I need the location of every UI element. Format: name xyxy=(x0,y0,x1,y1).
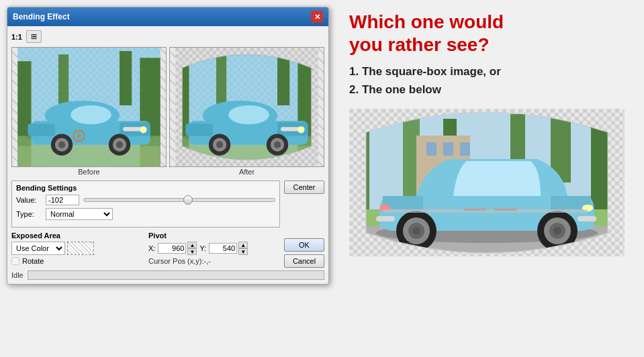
rotate-label: Rotate xyxy=(22,257,44,265)
status-label: Idle xyxy=(11,271,24,279)
slider-thumb[interactable] xyxy=(183,195,193,205)
pivot-controls: X: ▲ ▼ Y: xyxy=(148,242,280,255)
svg-rect-10 xyxy=(17,146,160,166)
pivot-x-arrows: ▲ ▼ xyxy=(187,242,197,255)
before-car-image xyxy=(12,48,166,166)
bending-settings: Bending Settings Value: Type: xyxy=(11,181,280,227)
headline-text: Which one wouldyou rather see? xyxy=(349,11,504,55)
status-bar xyxy=(28,270,324,280)
pivot-x-label: X: xyxy=(148,244,155,252)
svg-rect-66 xyxy=(443,142,453,156)
exposed-select[interactable]: Use Color Transparent Wrap xyxy=(11,242,65,255)
svg-rect-16 xyxy=(28,123,54,136)
dialog-title: Bending Effect xyxy=(13,12,70,21)
pivot-y-spin: ▲ ▼ xyxy=(209,242,248,255)
rotate-checkbox[interactable] xyxy=(11,257,19,265)
type-row: Type: Normal Horizontal Vertical xyxy=(16,208,275,220)
pivot-group: Pivot X: ▲ ▼ Y: xyxy=(148,232,280,265)
svg-rect-87 xyxy=(494,208,517,211)
zoom-fit-button[interactable]: ⊞ xyxy=(26,30,42,43)
action-buttons: Center OK Cancel xyxy=(284,181,324,268)
pivot-y-arrows: ▲ ▼ xyxy=(238,242,248,255)
svg-point-50 xyxy=(274,142,281,148)
ok-button[interactable]: OK xyxy=(284,238,324,252)
close-button[interactable]: ✕ xyxy=(311,11,323,23)
pivot-x-spin: ▲ ▼ xyxy=(158,242,197,255)
rotate-row: Rotate xyxy=(11,257,143,265)
before-label: Before xyxy=(11,167,167,178)
value-input[interactable] xyxy=(46,195,79,205)
svg-point-22 xyxy=(116,142,123,148)
pivot-y-input[interactable] xyxy=(209,243,237,254)
after-label: After xyxy=(169,167,324,178)
svg-point-84 xyxy=(412,227,420,235)
svg-point-80 xyxy=(553,227,561,235)
pivot-y-up[interactable]: ▲ xyxy=(238,242,248,248)
svg-point-52 xyxy=(297,126,304,133)
type-select[interactable]: Normal Horizontal Vertical xyxy=(46,208,113,220)
center-button[interactable]: Center xyxy=(284,181,324,194)
pivot-y-label: Y: xyxy=(199,244,206,252)
bending-effect-dialog: Bending Effect ✕ 1:1 ⊞ xyxy=(7,7,329,285)
pivot-label: Pivot xyxy=(148,232,280,240)
cursor-pos: Cursor Pos (x,y):-,- xyxy=(148,257,280,265)
status-bar-row: Idle xyxy=(11,268,324,280)
exposed-area-group: Exposed Area Use Color Transparent Wrap xyxy=(11,232,143,265)
cancel-button[interactable]: Cancel xyxy=(284,254,324,268)
exposed-controls: Use Color Transparent Wrap xyxy=(11,242,143,255)
svg-rect-73 xyxy=(376,216,395,221)
bottom-controls: Exposed Area Use Color Transparent Wrap xyxy=(11,232,280,265)
svg-point-42 xyxy=(228,105,269,124)
bent-car-preview xyxy=(349,109,625,256)
after-car-image xyxy=(170,48,324,166)
svg-point-24 xyxy=(140,126,146,133)
dialog-titlebar: Bending Effect ✕ xyxy=(7,7,328,26)
preview-area: Before xyxy=(11,47,324,178)
pivot-x-input[interactable] xyxy=(158,243,186,254)
svg-point-14 xyxy=(71,105,111,124)
option2: 2. The one below xyxy=(349,81,631,99)
bending-settings-title: Bending Settings xyxy=(16,184,275,192)
headline: Which one wouldyou rather see? xyxy=(349,11,631,56)
marketing-panel: Which one wouldyou rather see? 1. The sq… xyxy=(336,0,644,357)
zoom-label: 1:1 xyxy=(11,33,22,41)
svg-rect-8 xyxy=(120,51,132,105)
before-panel xyxy=(11,47,167,167)
value-label: Value: xyxy=(16,196,42,204)
options-text: 1. The square-box image, or 2. The one b… xyxy=(349,62,631,99)
svg-point-19 xyxy=(58,142,65,148)
svg-rect-65 xyxy=(426,142,436,156)
option1: 1. The square-box image, or xyxy=(349,62,631,81)
pivot-x-down[interactable]: ▼ xyxy=(187,248,197,255)
svg-rect-44 xyxy=(185,123,212,136)
after-panel xyxy=(169,47,324,167)
svg-rect-67 xyxy=(460,142,470,156)
type-label: Type: xyxy=(16,210,42,218)
color-swatch[interactable] xyxy=(67,242,94,255)
exposed-area-label: Exposed Area xyxy=(11,232,143,240)
svg-rect-86 xyxy=(463,208,487,211)
pivot-y-down[interactable]: ▼ xyxy=(238,248,248,255)
toolbar: 1:1 ⊞ xyxy=(11,30,324,43)
bent-car-svg xyxy=(349,109,625,256)
value-slider[interactable] xyxy=(83,198,275,202)
svg-point-47 xyxy=(216,142,223,148)
pivot-x-up[interactable]: ▲ xyxy=(187,242,197,248)
svg-rect-72 xyxy=(578,216,596,221)
value-row: Value: xyxy=(16,195,275,205)
